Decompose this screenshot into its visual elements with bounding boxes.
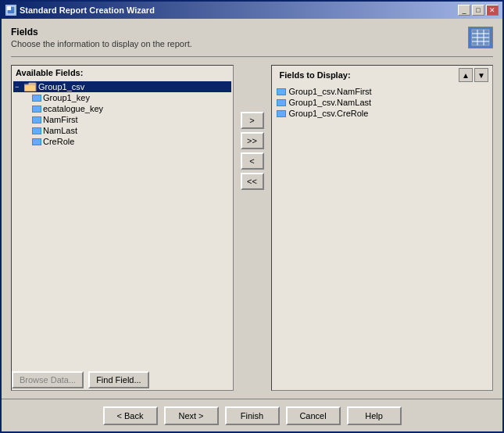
window-icon (5, 5, 16, 16)
title-bar: Standard Report Creation Wizard _ □ ✕ (2, 2, 502, 19)
browse-data-button[interactable]: Browse Data... (12, 371, 84, 388)
grid-icon (468, 27, 493, 48)
wizard-window: Standard Report Creation Wizard _ □ ✕ Fi… (0, 0, 504, 433)
display-fields-label: Fields to Display: (276, 68, 355, 82)
sort-down-button[interactable]: ▼ (474, 68, 488, 82)
header-text: Fields Choose the information to display… (11, 27, 192, 48)
field-icon (32, 95, 41, 102)
display-fields-panel: Fields to Display: ▲ ▼ Group1_csv.NamFir… (271, 65, 494, 391)
field-icon (277, 99, 286, 106)
tree-item-ecatalogue-key[interactable]: ecatalogue_key (13, 103, 231, 114)
display-item-crerole[interactable]: Group1_csv.CreRole (275, 108, 490, 119)
window-title: Standard Report Creation Wizard (20, 5, 155, 15)
add-all-button[interactable]: >> (241, 132, 264, 149)
display-item-label: Group1_csv.CreRole (289, 109, 369, 118)
content-area: Fields Choose the information to display… (2, 19, 502, 399)
sort-arrows: ▲ ▼ (459, 68, 488, 82)
section-title: Fields (11, 27, 192, 38)
tree-item-label: NamFirst (43, 115, 78, 124)
window-controls: _ □ ✕ (458, 5, 499, 16)
field-icon (32, 127, 41, 134)
available-fields-panel: Available Fields: − Group1_csv (11, 65, 234, 391)
finish-button[interactable]: Finish (225, 406, 280, 425)
cancel-button[interactable]: Cancel (286, 406, 341, 425)
sort-up-button[interactable]: ▲ (459, 68, 473, 82)
left-panel-bottom-buttons: Browse Data... Find Field... (12, 368, 233, 390)
footer: < Back Next > Finish Cancel Help (2, 399, 502, 431)
folder-icon (24, 82, 37, 91)
display-item-label: Group1_csv.NamFirst (289, 87, 372, 96)
field-icon (32, 116, 41, 123)
tree-item-label: NamLast (43, 126, 77, 135)
field-icon (32, 138, 41, 145)
tree-item-crerole[interactable]: CreRole (13, 136, 231, 147)
tree-item-namfirst[interactable]: NamFirst (13, 114, 231, 125)
svg-rect-1 (7, 6, 11, 10)
tree-item-label: CreRole (43, 137, 74, 146)
collapse-icon: − (15, 83, 23, 91)
available-fields-tree[interactable]: − Group1_csv Group1_key eca (12, 80, 233, 368)
remove-all-button[interactable]: << (241, 173, 264, 190)
display-item-label: Group1_csv.NamLast (289, 98, 372, 107)
field-icon (32, 106, 41, 113)
display-fields-list[interactable]: Group1_csv.NamFirst Group1_csv.NamLast G… (272, 84, 493, 390)
main-area: Available Fields: − Group1_csv (11, 65, 493, 391)
next-button[interactable]: Next > (164, 406, 219, 425)
available-fields-label: Available Fields: (12, 66, 233, 80)
display-item-namlast[interactable]: Group1_csv.NamLast (275, 97, 490, 108)
header-divider (11, 56, 493, 57)
svg-rect-8 (24, 84, 36, 91)
tree-item-label: Group1_key (43, 93, 90, 102)
back-button[interactable]: < Back (103, 406, 158, 425)
header-section: Fields Choose the information to display… (11, 27, 493, 48)
display-fields-header: Fields to Display: ▲ ▼ (272, 66, 493, 84)
help-button[interactable]: Help (347, 406, 402, 425)
find-field-button[interactable]: Find Field... (88, 371, 148, 388)
minimize-button[interactable]: _ (458, 5, 470, 16)
tree-item-group1-key[interactable]: Group1_key (13, 92, 231, 103)
add-one-button[interactable]: > (241, 112, 264, 129)
field-icon (277, 110, 286, 117)
tree-item-group1-csv[interactable]: − Group1_csv (13, 81, 231, 92)
close-button[interactable]: ✕ (486, 5, 499, 16)
tree-item-label: Group1_csv (38, 82, 84, 91)
tree-item-label: ecatalogue_key (43, 104, 103, 113)
tree-item-namlast[interactable]: NamLast (13, 125, 231, 136)
transfer-buttons: > >> < << (238, 65, 266, 391)
display-item-namfirst[interactable]: Group1_csv.NamFirst (275, 86, 490, 97)
remove-one-button[interactable]: < (241, 152, 264, 170)
field-icon (277, 88, 286, 95)
maximize-button[interactable]: □ (472, 5, 484, 16)
section-description: Choose the information to display on the… (11, 39, 192, 48)
